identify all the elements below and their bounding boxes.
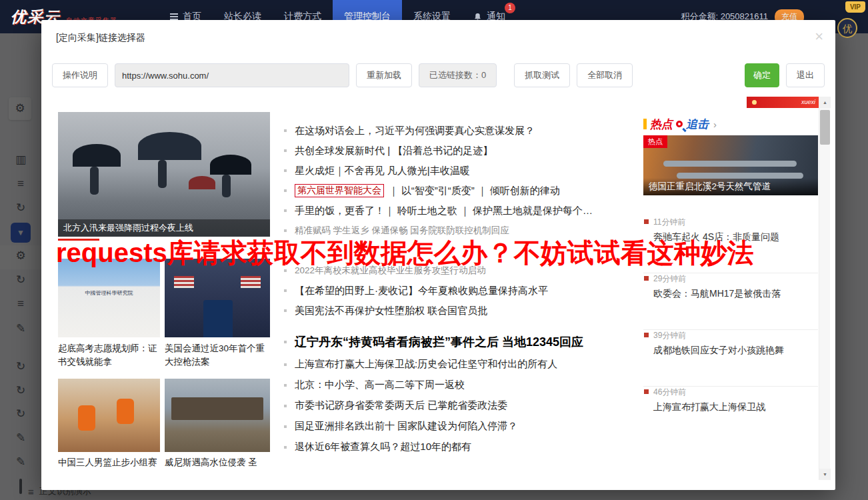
news-thumbnail[interactable]	[58, 379, 160, 452]
bullet	[284, 405, 287, 407]
bullet	[284, 425, 287, 428]
headline[interactable]: 共创全球发展新时代 | 【沿着总书记的足迹】	[284, 141, 649, 161]
instructions-button[interactable]: 操作说明	[52, 63, 108, 87]
hot-news-panel: 热点 追击 › 热点 德国正重启北溪2号天然气管道 11分钟前 奔驰车起火 4S…	[643, 117, 818, 131]
umbrella-shape	[189, 176, 215, 189]
headline[interactable]: 辽宁丹东“持黄码者看病被拦”事件之后 当地12345回应	[284, 330, 649, 354]
close-icon[interactable]: ×	[815, 28, 823, 45]
bullet	[284, 289, 287, 292]
bullet-square	[644, 276, 649, 281]
bullet	[284, 363, 287, 366]
red-watermark-text: requests库请求获取不到数据怎么办？不妨试试看这种妙法	[56, 235, 754, 271]
cancel-all-button[interactable]: 全部取消	[577, 63, 633, 87]
bullet	[284, 149, 287, 152]
hot-news-item[interactable]: 29分钟前 欧委会：马航MH17是被俄击落	[643, 273, 818, 330]
hot-news-image[interactable]: 热点 德国正重启北溪2号天然气管道	[643, 135, 818, 195]
bullet	[284, 446, 287, 449]
thumbnail-caption[interactable]: 起底高考志愿规划师：证书交钱就能拿	[58, 342, 160, 369]
corner-logo: 优	[837, 18, 857, 38]
flag-shape	[174, 276, 194, 288]
headline-list: 在这场对话会上，习近平为何强调要真心实意谋发展？ 共创全球发展新时代 | 【沿着…	[284, 121, 649, 457]
headline-highlighted[interactable]: 第六届世界智能大会｜ 以“智变”引“质变” ｜ 倾听创新的律动	[284, 181, 649, 201]
bullet	[284, 209, 287, 212]
flag-shape	[241, 276, 261, 288]
pedestrian-shape	[222, 175, 231, 197]
embedded-webpage: xuexi 北方入汛来最强降雨过程今夜上线 在这场对话会上，习近平为何强调要真心…	[52, 97, 819, 480]
yellow-bar-icon	[643, 119, 647, 129]
chevron-right-icon[interactable]: ›	[713, 119, 717, 130]
headline[interactable]: 手里的饭，更香了！｜ 聆听土地之歌 ｜ 保护黑土地就是保护每个…	[284, 201, 649, 221]
thumbnail-caption[interactable]: 中国三人男篮止步小组赛	[58, 456, 160, 469]
banner-decoration	[752, 100, 757, 105]
umbrella-shape	[73, 144, 121, 167]
reload-button[interactable]: 重新加载	[356, 63, 412, 87]
crawl-test-button[interactable]: 抓取测试	[514, 63, 570, 87]
headline[interactable]: 退休近6年被查算久吗？超过10年的都有	[284, 437, 649, 457]
notification-badge: 1	[505, 3, 515, 13]
bullet	[284, 229, 287, 232]
selected-links-count: 已选链接数：0	[419, 63, 497, 87]
dialog-title: [定向采集]链接选择器	[56, 32, 145, 44]
bullet-square	[644, 219, 649, 224]
umbrella-shape	[210, 155, 251, 175]
vip-badge[interactable]: VIP	[845, 1, 865, 13]
magnifier-icon	[676, 121, 683, 127]
hot-image-caption: 德国正重启北溪2号天然气管道	[643, 178, 818, 195]
hot-news-item[interactable]: 39分钟前 成都地铁回应女子对小孩跳艳舞	[643, 330, 818, 387]
headline[interactable]: 美国宪法不再保护女性堕胎权 联合国官员批	[284, 301, 649, 321]
bullet-square	[644, 389, 649, 394]
player-shape	[117, 399, 134, 424]
pedestrian-shape	[158, 160, 167, 188]
player-shape	[78, 405, 95, 431]
exit-button[interactable]: 退出	[786, 63, 825, 87]
headline[interactable]: 上海宣布打赢大上海保卫战:历史会记住坚守和付出的所有人	[284, 354, 649, 375]
headline[interactable]: 市委书记跻身省委常委两天后 已掌舵省委政法委	[284, 395, 649, 416]
timestamp: 29分钟前	[653, 273, 686, 285]
pipeline-shape	[663, 161, 797, 167]
scrollbar-thumb[interactable]	[820, 110, 830, 145]
hot-tag: 热点	[643, 135, 667, 148]
timestamp: 39分钟前	[653, 330, 686, 341]
thumbnail-sign-text: 中國管理科學研究院	[58, 289, 160, 297]
hot-news-item[interactable]: 46分钟前 上海宣布打赢大上海保卫战	[643, 387, 818, 443]
headline[interactable]: 北京：中小学、高一高二等下周一返校	[284, 375, 649, 395]
timestamp: 46分钟前	[653, 387, 686, 398]
vertical-scrollbar[interactable]: ▲ ▼	[819, 97, 830, 480]
hero-news-image[interactable]: 北方入汛来最强降雨过程今夜上线	[58, 112, 270, 237]
thumbnail-caption[interactable]: 美国会通过近30年首个重大控枪法案	[165, 342, 270, 369]
promo-banner[interactable]: xuexi	[747, 97, 819, 108]
scroll-down-arrow[interactable]: ▼	[819, 469, 831, 480]
bullet	[284, 384, 287, 387]
bullet	[284, 169, 287, 172]
pedestrian-shape	[90, 167, 99, 195]
news-thumbnail[interactable]	[165, 379, 270, 452]
headline[interactable]: 在这场对话会上，习近平为何强调要真心实意谋发展？	[284, 121, 649, 141]
headline[interactable]: 国足亚洲排名跌出前十 国家队建设为何陷入停滞？	[284, 416, 649, 437]
headline[interactable]: 【在希望的田野上·麦收记】今年夏粮收购总量保持高水平	[284, 281, 649, 301]
hot-panel-header[interactable]: 热点 追击 ›	[643, 117, 818, 131]
bullet-square	[644, 333, 649, 337]
menu-icon	[170, 13, 178, 20]
highlighted-link: 第六届世界智能大会	[295, 184, 384, 197]
bullet	[284, 309, 287, 312]
timestamp: 11分钟前	[653, 217, 685, 228]
thumbnail-caption[interactable]: 威尼斯遇高水位侵袭 圣	[165, 456, 270, 469]
scroll-up-arrow[interactable]: ▲	[819, 97, 831, 108]
bullet	[284, 129, 287, 132]
bullet	[284, 341, 287, 343]
umbrella-shape	[138, 132, 201, 160]
confirm-button[interactable]: 确定	[745, 63, 779, 87]
bullet	[284, 189, 287, 192]
dialog-toolbar: 操作说明 重新加载 已选链接数：0 抓取测试 全部取消 确定 退出	[52, 63, 825, 87]
headline[interactable]: 星火成炬｜不舍再见 凡人微光|丰收温暖	[284, 161, 649, 181]
building-shape	[171, 397, 263, 420]
url-input[interactable]	[115, 63, 349, 87]
podium-shape	[203, 300, 233, 337]
